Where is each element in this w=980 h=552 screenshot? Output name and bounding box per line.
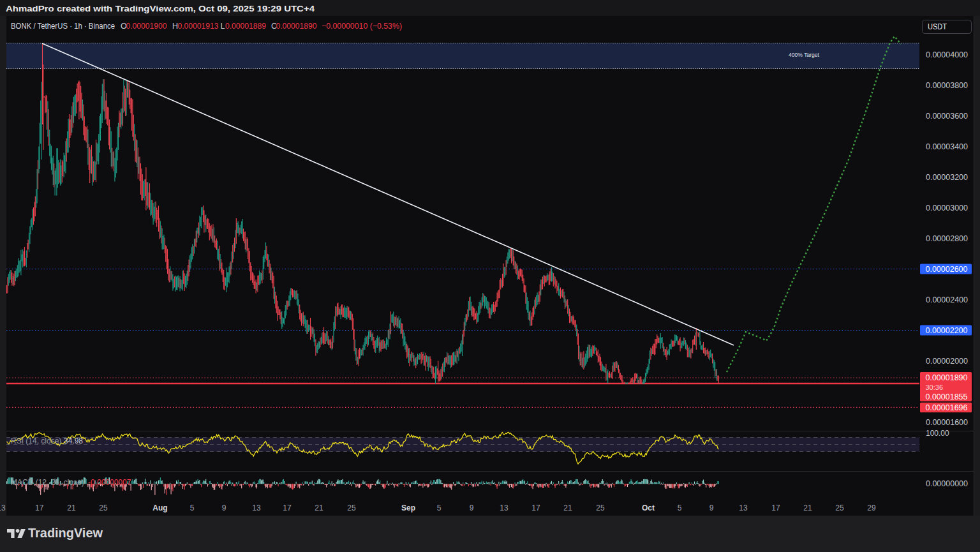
svg-text:13: 13 bbox=[500, 504, 509, 512]
svg-text:0.00001913: 0.00001913 bbox=[178, 22, 219, 31]
svg-text:100.00: 100.00 bbox=[926, 429, 949, 438]
svg-text:21: 21 bbox=[67, 504, 76, 512]
svg-text:0.00002000: 0.00002000 bbox=[926, 357, 968, 366]
svg-text:0.00003400: 0.00003400 bbox=[926, 142, 968, 151]
svg-text:25: 25 bbox=[596, 504, 605, 512]
svg-text:9: 9 bbox=[222, 504, 226, 512]
svg-text:-0.00000007: -0.00000007 bbox=[88, 478, 131, 487]
svg-text:0.00001900: 0.00001900 bbox=[126, 22, 167, 31]
svg-text:0.00001600: 0.00001600 bbox=[926, 418, 968, 427]
svg-text:21: 21 bbox=[803, 504, 812, 512]
svg-text:0.00001696: 0.00001696 bbox=[926, 403, 968, 412]
svg-text:21: 21 bbox=[563, 504, 572, 512]
svg-text:9: 9 bbox=[709, 504, 714, 512]
svg-text:0.00001890: 0.00001890 bbox=[926, 373, 968, 382]
svg-text:29: 29 bbox=[867, 504, 876, 512]
svg-text:Sep: Sep bbox=[401, 504, 415, 512]
svg-text:AhmadPro created with TradingV: AhmadPro created with TradingView.com, O… bbox=[6, 4, 315, 13]
svg-text:0.00001855: 0.00001855 bbox=[926, 392, 968, 401]
svg-text:USDT: USDT bbox=[928, 22, 947, 31]
svg-text:13: 13 bbox=[252, 504, 261, 512]
svg-text:Aug: Aug bbox=[152, 504, 167, 512]
svg-text:25: 25 bbox=[835, 504, 844, 512]
svg-text:30:36: 30:36 bbox=[926, 384, 944, 391]
svg-text:17: 17 bbox=[35, 504, 44, 512]
svg-text:0.00003200: 0.00003200 bbox=[926, 173, 968, 182]
svg-text:Oct: Oct bbox=[642, 504, 655, 512]
svg-text:5: 5 bbox=[437, 504, 442, 512]
svg-text:−0.00000010 (−0.53%): −0.00000010 (−0.53%) bbox=[322, 22, 402, 31]
svg-text:0.00003600: 0.00003600 bbox=[926, 112, 968, 121]
svg-text:25: 25 bbox=[99, 504, 108, 512]
svg-text:13: 13 bbox=[739, 504, 748, 512]
svg-text:MACD (12, 26, close): MACD (12, 26, close) bbox=[11, 478, 84, 487]
svg-text:0.00000000: 0.00000000 bbox=[926, 479, 968, 488]
svg-text:TradingView: TradingView bbox=[28, 525, 103, 540]
svg-text:0.00002200: 0.00002200 bbox=[926, 326, 968, 335]
svg-text:0.00002600: 0.00002600 bbox=[926, 265, 968, 274]
svg-text:34.98: 34.98 bbox=[64, 436, 83, 445]
svg-text:13: 13 bbox=[0, 504, 6, 512]
svg-text:0.00001889: 0.00001889 bbox=[225, 22, 266, 31]
svg-text:17: 17 bbox=[531, 504, 540, 512]
svg-text:0.00003000: 0.00003000 bbox=[926, 204, 968, 213]
svg-text:RSI (14, close): RSI (14, close) bbox=[11, 436, 61, 445]
svg-text:21: 21 bbox=[315, 504, 323, 512]
svg-text:17: 17 bbox=[283, 504, 292, 512]
svg-text:400% Target: 400% Target bbox=[789, 51, 819, 58]
svg-text:5: 5 bbox=[190, 504, 195, 512]
svg-text:BONK / TetherUS · 1h · Binance: BONK / TetherUS · 1h · Binance bbox=[11, 22, 115, 31]
svg-text:5: 5 bbox=[678, 504, 682, 512]
svg-text:17: 17 bbox=[771, 504, 780, 512]
svg-text:L: L bbox=[221, 22, 225, 31]
svg-text:9: 9 bbox=[470, 504, 474, 512]
svg-text:0.00002800: 0.00002800 bbox=[926, 234, 968, 243]
svg-text:0.00003800: 0.00003800 bbox=[926, 81, 968, 90]
svg-text:0.00002400: 0.00002400 bbox=[926, 295, 968, 304]
svg-text:0.00004000: 0.00004000 bbox=[926, 50, 968, 59]
svg-text:0.00001890: 0.00001890 bbox=[276, 22, 317, 31]
svg-text:25: 25 bbox=[347, 504, 356, 512]
